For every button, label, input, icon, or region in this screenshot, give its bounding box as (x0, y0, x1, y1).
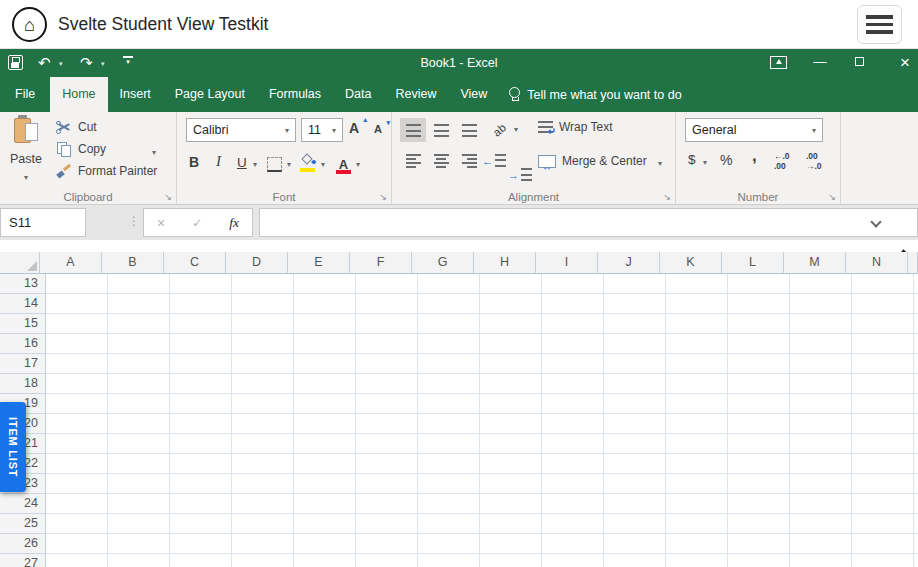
bold-button[interactable]: B (189, 154, 199, 170)
cell-M19[interactable] (790, 394, 852, 414)
cell-F13[interactable] (356, 274, 418, 294)
cell-D15[interactable] (232, 314, 294, 334)
cell-E18[interactable] (294, 374, 356, 394)
cell-H14[interactable] (480, 294, 542, 314)
formula-input[interactable] (259, 208, 918, 237)
cell-J19[interactable] (604, 394, 666, 414)
column-header-M[interactable]: M (784, 252, 846, 274)
cell-N20[interactable] (852, 414, 914, 434)
cell-J16[interactable] (604, 334, 666, 354)
decrease-decimal-button[interactable]: .00 →.0 (806, 152, 822, 171)
cell-F16[interactable] (356, 334, 418, 354)
cell-C18[interactable] (170, 374, 232, 394)
cell-D22[interactable] (232, 454, 294, 474)
cell-H27[interactable] (480, 554, 542, 567)
cell-N26[interactable] (852, 534, 914, 554)
cell-partial-22[interactable] (914, 454, 918, 474)
cell-N19[interactable] (852, 394, 914, 414)
cell-M25[interactable] (790, 514, 852, 534)
cell-C20[interactable] (170, 414, 232, 434)
cell-partial-18[interactable] (914, 374, 918, 394)
cell-M15[interactable] (790, 314, 852, 334)
cell-B24[interactable] (108, 494, 170, 514)
cell-N22[interactable] (852, 454, 914, 474)
cut-button[interactable]: Cut (57, 120, 97, 134)
cell-A17[interactable] (46, 354, 108, 374)
cell-K20[interactable] (666, 414, 728, 434)
minimize-icon[interactable]: — (809, 52, 831, 74)
cell-E25[interactable] (294, 514, 356, 534)
cell-J13[interactable] (604, 274, 666, 294)
row-header-27[interactable]: 27 (0, 554, 46, 567)
underline-dropdown-icon[interactable]: ▾ (253, 160, 257, 169)
cell-J23[interactable] (604, 474, 666, 494)
cell-D23[interactable] (232, 474, 294, 494)
cell-K26[interactable] (666, 534, 728, 554)
enter-formula-icon[interactable]: ✓ (192, 216, 202, 230)
cell-F22[interactable] (356, 454, 418, 474)
column-header-N[interactable]: N (846, 252, 908, 274)
select-all-corner[interactable] (0, 252, 40, 274)
cell-E22[interactable] (294, 454, 356, 474)
cell-D18[interactable] (232, 374, 294, 394)
cell-I24[interactable] (542, 494, 604, 514)
column-header-E[interactable]: E (288, 252, 350, 274)
cell-K22[interactable] (666, 454, 728, 474)
cell-B18[interactable] (108, 374, 170, 394)
cell-M14[interactable] (790, 294, 852, 314)
close-icon[interactable]: × (893, 51, 917, 75)
cell-I20[interactable] (542, 414, 604, 434)
cell-D19[interactable] (232, 394, 294, 414)
row-header-24[interactable]: 24 (0, 494, 46, 514)
cell-D16[interactable] (232, 334, 294, 354)
cell-J14[interactable] (604, 294, 666, 314)
middle-align-button[interactable] (428, 118, 454, 142)
column-header-B[interactable]: B (102, 252, 164, 274)
row-header-25[interactable]: 25 (0, 514, 46, 534)
cell-D13[interactable] (232, 274, 294, 294)
cell-I27[interactable] (542, 554, 604, 567)
cell-H24[interactable] (480, 494, 542, 514)
cancel-formula-icon[interactable]: × (157, 215, 165, 231)
cell-N23[interactable] (852, 474, 914, 494)
alignment-dialog-launcher-icon[interactable]: ↘ (663, 192, 671, 202)
paste-dropdown-icon[interactable]: ▾ (24, 173, 28, 182)
cell-G24[interactable] (418, 494, 480, 514)
borders-icon[interactable] (267, 157, 282, 172)
cell-B20[interactable] (108, 414, 170, 434)
cell-I21[interactable] (542, 434, 604, 454)
font-name-combo[interactable]: Calibri ▾ (186, 118, 296, 142)
row-header-17[interactable]: 17 (0, 354, 46, 374)
tab-data[interactable]: Data (333, 77, 383, 112)
column-header-A[interactable]: A (40, 252, 102, 274)
cell-L17[interactable] (728, 354, 790, 374)
cell-C15[interactable] (170, 314, 232, 334)
column-header-I[interactable]: I (536, 252, 598, 274)
wrap-text-button[interactable]: Wrap Text (538, 120, 613, 134)
cell-L24[interactable] (728, 494, 790, 514)
cell-H19[interactable] (480, 394, 542, 414)
italic-button[interactable]: I (216, 153, 221, 170)
font-dialog-launcher-icon[interactable]: ↘ (379, 192, 387, 202)
increase-indent-button[interactable]: → (510, 168, 532, 182)
cell-H20[interactable] (480, 414, 542, 434)
cell-K27[interactable] (666, 554, 728, 567)
cell-I14[interactable] (542, 294, 604, 314)
cell-C24[interactable] (170, 494, 232, 514)
cell-A18[interactable] (46, 374, 108, 394)
percent-format-button[interactable]: % (720, 152, 732, 168)
orientation-dropdown-icon[interactable]: ▾ (514, 125, 518, 134)
cell-L20[interactable] (728, 414, 790, 434)
cell-C17[interactable] (170, 354, 232, 374)
undo-button[interactable]: ↶ (38, 53, 51, 73)
cell-partial-25[interactable] (914, 514, 918, 534)
cell-G16[interactable] (418, 334, 480, 354)
save-icon[interactable] (8, 55, 23, 70)
cell-I19[interactable] (542, 394, 604, 414)
cell-F26[interactable] (356, 534, 418, 554)
cell-D20[interactable] (232, 414, 294, 434)
cell-B23[interactable] (108, 474, 170, 494)
cell-N13[interactable] (852, 274, 914, 294)
cell-partial-27[interactable] (914, 554, 918, 567)
cell-N16[interactable] (852, 334, 914, 354)
